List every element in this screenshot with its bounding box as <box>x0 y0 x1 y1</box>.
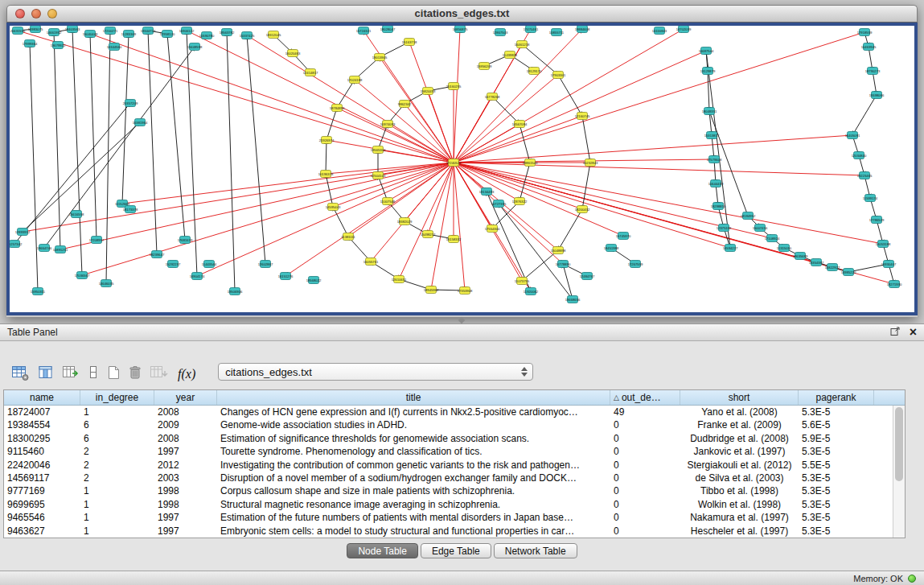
window-titlebar[interactable]: citations_edges.txt <box>6 5 918 23</box>
network-node-teal[interactable]: 15950311 <box>31 288 46 295</box>
network-edge[interactable] <box>454 163 558 250</box>
network-node-teal[interactable]: 17267559 <box>628 261 643 268</box>
network-node-teal[interactable]: 15040448 <box>83 31 98 38</box>
create-table-icon[interactable] <box>106 362 121 381</box>
network-node-yellow[interactable]: 12876322 <box>512 198 528 205</box>
network-node-teal[interactable]: 16822927 <box>825 264 840 271</box>
network-node-teal[interactable]: 16257342 <box>10 241 23 248</box>
row-height-icon[interactable] <box>88 362 99 381</box>
network-edge[interactable] <box>54 32 60 249</box>
network-node-teal[interactable]: 19344724 <box>141 27 156 35</box>
table-selector-combo[interactable]: citations_edges.txt <box>218 363 533 381</box>
network-node-yellow[interactable]: 12414817 <box>303 69 318 76</box>
network-node-teal[interactable]: 10590780 <box>199 32 215 39</box>
network-node-teal[interactable]: 14702039 <box>676 26 692 33</box>
network-node-teal[interactable]: 16904174 <box>190 273 205 280</box>
network-node-yellow[interactable]: 11439826 <box>503 51 518 59</box>
network-edge[interactable] <box>167 34 185 240</box>
column-header-pagerank[interactable]: pagerank <box>799 390 874 405</box>
tab-network-table[interactable]: Network Table <box>494 543 577 558</box>
function-builder-icon[interactable]: f(x) <box>175 362 198 381</box>
network-node-teal[interactable]: 20357209 <box>123 100 138 107</box>
network-node-teal[interactable]: 14053188 <box>876 241 891 248</box>
table-row[interactable]: 911546021997Tourette syndrome. Phenomeno… <box>4 445 893 458</box>
network-edge[interactable] <box>558 209 582 250</box>
network-node-yellow[interactable]: 16020463 <box>285 50 301 57</box>
network-node-teal[interactable]: 12375119 <box>717 225 732 232</box>
network-node-yellow[interactable]: 14595443 <box>326 204 341 211</box>
network-edge[interactable] <box>852 95 877 135</box>
table-options-icon[interactable] <box>11 362 31 381</box>
network-edge[interactable] <box>428 163 454 234</box>
network-edge[interactable] <box>106 31 110 283</box>
network-node-yellow[interactable]: 11381111 <box>341 233 355 241</box>
network-edge[interactable] <box>454 163 623 236</box>
table-row[interactable]: 977716911998Corpus callosum shape and si… <box>4 484 893 497</box>
network-node-yellow[interactable]: 10232843 <box>583 159 598 167</box>
network-edge[interactable] <box>197 163 454 276</box>
network-node-teal[interactable]: 12893912 <box>15 229 31 236</box>
network-node-teal[interactable]: 12034840 <box>852 152 867 159</box>
network-node-yellow[interactable]: 12160745 <box>575 113 590 120</box>
network-node-teal[interactable]: 17786529 <box>869 216 885 224</box>
network-edge[interactable] <box>454 135 852 163</box>
column-header-year[interactable]: year <box>154 390 217 405</box>
network-node-teal[interactable]: 16983075 <box>28 26 43 33</box>
network-edge[interactable] <box>522 250 558 281</box>
network-edge[interactable] <box>187 31 454 163</box>
table-row[interactable]: 946362711997Embryonic stem cells: a mode… <box>4 525 893 538</box>
network-node-yellow[interactable]: 19013905 <box>372 54 388 61</box>
network-node-teal[interactable]: 19668656 <box>565 296 581 303</box>
network-node-teal[interactable]: 10855711 <box>549 29 565 36</box>
network-edge[interactable] <box>326 108 337 140</box>
network-node-teal[interactable]: 11599174 <box>863 195 878 202</box>
zoom-button[interactable] <box>47 9 57 19</box>
network-node-teal[interactable]: 10463945 <box>861 43 877 51</box>
network-node-yellow[interactable]: 9862342 <box>398 101 412 108</box>
network-node-teal[interactable]: 12484767 <box>580 273 595 280</box>
network-edge[interactable] <box>90 34 454 163</box>
network-node-teal[interactable]: 14985220 <box>841 269 856 276</box>
column-header-name[interactable]: name <box>4 390 80 405</box>
network-node-teal[interactable]: 18790273 <box>865 68 881 75</box>
network-node-teal[interactable]: 16381964 <box>133 119 148 126</box>
network-node-teal[interactable]: 18173378 <box>123 206 138 213</box>
network-node-teal[interactable]: 19223465 <box>857 172 873 179</box>
network-node-teal[interactable]: 18048351 <box>702 108 717 115</box>
network-svg[interactable]: 1724052216158332154982171838202911007548… <box>10 26 914 312</box>
network-node-teal[interactable]: 16405091 <box>845 132 860 139</box>
network-node-teal[interactable]: 11283309 <box>121 31 137 38</box>
network-node-teal[interactable]: 17108924 <box>765 235 780 242</box>
network-edge[interactable] <box>454 163 465 290</box>
network-node-teal[interactable]: 15007416 <box>753 225 768 232</box>
network-node-yellow[interactable]: 15824453 <box>421 88 436 95</box>
network-node-yellow[interactable]: 18382029 <box>397 218 413 225</box>
network-node-yellow[interactable]: 19565304 <box>371 146 386 154</box>
network-edge[interactable] <box>326 140 326 174</box>
network-edge[interactable] <box>333 207 348 237</box>
table-row[interactable]: 946554611997Estimation of the future num… <box>4 511 893 524</box>
network-node-teal[interactable]: 16594227 <box>723 245 738 252</box>
network-edge[interactable] <box>122 34 129 204</box>
network-node-teal[interactable]: 15745970 <box>616 233 631 240</box>
network-node-teal[interactable]: 16116843 <box>652 27 667 35</box>
network-node-teal[interactable]: 14646035 <box>99 280 114 287</box>
network-node-teal[interactable]: 10727395 <box>491 200 507 208</box>
export-table-icon[interactable] <box>62 362 80 381</box>
network-node-teal[interactable]: 14661952 <box>47 29 62 36</box>
network-node-teal[interactable]: 18563782 <box>220 29 235 36</box>
network-edge[interactable] <box>337 80 355 108</box>
network-node-teal[interactable]: 17918559 <box>857 29 873 36</box>
network-node-yellow[interactable]: 10196378 <box>318 171 334 178</box>
network-node-teal[interactable]: 12602867 <box>258 261 273 268</box>
network-node-yellow[interactable]: 16158332 <box>446 236 462 243</box>
network-node-yellow[interactable]: 10974093 <box>380 121 396 128</box>
network-node-teal[interactable]: 12958120 <box>160 31 175 38</box>
panel-splitter-handle[interactable] <box>450 317 473 323</box>
network-node-teal[interactable]: 16856875 <box>453 26 468 33</box>
network-node-teal[interactable]: 11443544 <box>202 261 217 268</box>
network-node-teal[interactable]: 15337425 <box>240 32 255 39</box>
network-node-teal[interactable]: 19664746 <box>37 245 52 252</box>
network-node-yellow[interactable]: 17353908 <box>458 287 473 295</box>
vertical-scrollbar[interactable] <box>893 406 905 538</box>
